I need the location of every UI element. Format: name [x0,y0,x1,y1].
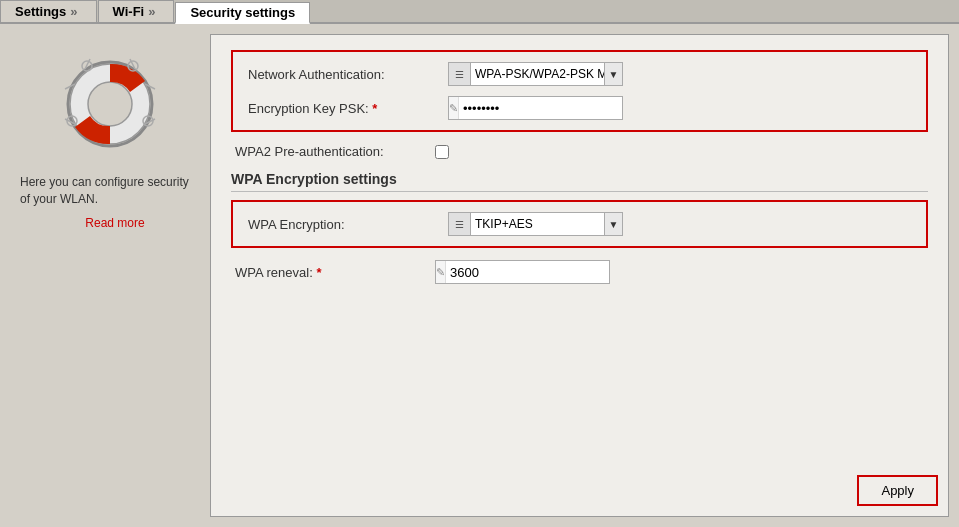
tab-security-settings-label: Security settings [190,5,295,20]
encryption-key-input-wrapper: ✎ [448,96,623,120]
wpa-section-header: WPA Encryption settings [231,171,928,192]
encryption-key-input[interactable] [459,101,635,116]
tab-settings[interactable]: Settings » [0,0,97,22]
encryption-key-label: Encryption Key PSK: * [248,101,448,116]
wpa2-preauth-label: WPA2 Pre-authentication: [235,144,435,159]
wpa-encryption-select[interactable]: ☰ TKIP+AES ▼ [448,212,623,236]
wpa-renewal-row: WPA reneval: * ✎ [231,260,928,284]
sidebar: Here you can configure security of your … [10,34,210,517]
dropdown-arrow-icon[interactable]: ▼ [604,63,622,85]
required-star-2: * [316,265,321,280]
pencil-icon: ✎ [449,97,459,119]
network-auth-row: Network Authentication: ☰ WPA-PSK/WPA2-P… [248,62,911,86]
wpa-encryption-label: WPA Encryption: [248,217,448,232]
pencil-icon-2: ✎ [436,261,446,283]
tab-wifi-label: Wi-Fi [113,4,145,19]
list-icon-2: ☰ [449,213,471,235]
main-content: Here you can configure security of your … [0,24,959,527]
auth-section: Network Authentication: ☰ WPA-PSK/WPA2-P… [231,50,928,132]
tab-wifi-sep: » [148,4,155,19]
network-auth-select[interactable]: ☰ WPA-PSK/WPA2-PSK M ▼ [448,62,623,86]
apply-area: Apply [857,475,938,506]
wpa-renewal-input[interactable] [446,265,622,280]
tab-settings-sep: » [70,4,77,19]
network-auth-value: WPA-PSK/WPA2-PSK M [471,67,604,81]
required-star: * [372,101,377,116]
tab-security-settings[interactable]: Security settings [175,2,310,24]
wpa-renewal-input-wrapper: ✎ [435,260,610,284]
lifesaver-icon [60,54,160,154]
tab-settings-label: Settings [15,4,66,19]
list-icon: ☰ [449,63,471,85]
content-panel: Network Authentication: ☰ WPA-PSK/WPA2-P… [210,34,949,517]
wpa2-preauth-checkbox[interactable] [435,145,449,159]
network-auth-label: Network Authentication: [248,67,448,82]
wpa-encryption-row: WPA Encryption: ☰ TKIP+AES ▼ [248,212,911,236]
encryption-key-row: Encryption Key PSK: * ✎ [248,96,911,120]
apply-button[interactable]: Apply [857,475,938,506]
sidebar-description: Here you can configure security of your … [10,174,210,208]
wpa2-preauth-row: WPA2 Pre-authentication: [231,144,928,159]
wpa-encryption-value: TKIP+AES [471,217,604,231]
dropdown-arrow-icon-2[interactable]: ▼ [604,213,622,235]
tab-wifi[interactable]: Wi-Fi » [98,0,175,22]
wpa-renewal-label: WPA reneval: * [235,265,435,280]
logo-container [50,44,170,164]
read-more-link[interactable]: Read more [75,216,144,230]
wpa-encryption-section: WPA Encryption: ☰ TKIP+AES ▼ [231,200,928,248]
svg-point-2 [88,82,132,126]
tab-bar: Settings » Wi-Fi » Security settings [0,0,959,24]
